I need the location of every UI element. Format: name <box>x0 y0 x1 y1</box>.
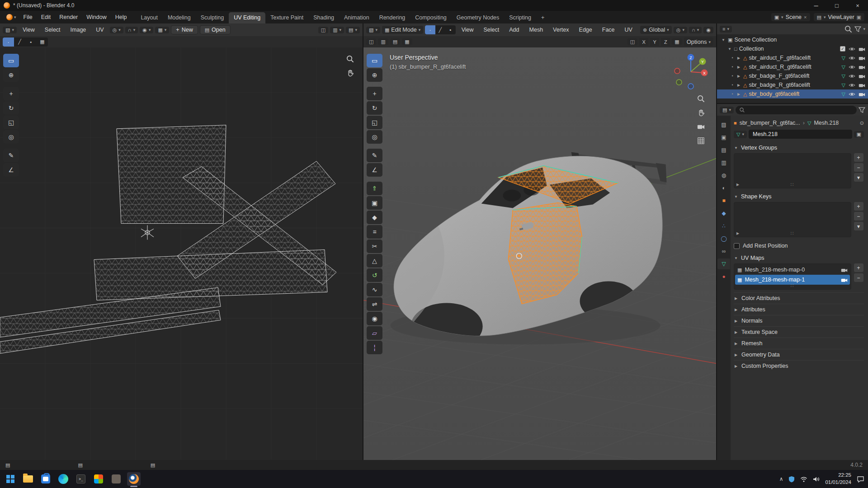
uv-overlays-button[interactable]: ▤▾ <box>346 27 360 33</box>
close-button[interactable]: × <box>847 0 868 11</box>
tool-bevel[interactable]: ◆ <box>367 211 382 224</box>
tool-rotate[interactable]: ↻ <box>367 101 382 115</box>
editor-type-button[interactable]: ≡ ▾ <box>720 26 732 33</box>
tool-transform[interactable]: ◎ <box>3 130 19 144</box>
tab-scene[interactable]: ◍ <box>717 170 730 181</box>
add-uv-map-button[interactable]: + <box>854 263 863 272</box>
outliner-row-object[interactable]: • ▶ △ sbr_badge_F_gt6facelift ▽ <box>717 71 868 80</box>
tool-edge-slide[interactable]: ⇌ <box>367 297 382 311</box>
outliner-row-object[interactable]: • ▶ △ sbr_badge_R_gt6facelift ▽ <box>717 80 868 89</box>
drag-handle-icon[interactable]: ∷ <box>791 182 795 188</box>
eye-icon[interactable] <box>849 74 855 79</box>
snap-button[interactable]: ∩ ▾ <box>125 27 138 33</box>
eye-icon[interactable] <box>849 47 855 52</box>
chevron-down-icon[interactable]: ▾ <box>863 27 865 31</box>
tool-rip-region[interactable]: ¦ <box>367 341 382 354</box>
tab-object[interactable]: ■ <box>717 195 730 206</box>
section-shape-keys[interactable]: ▼ Shape Keys <box>734 191 864 202</box>
disclosure-icon[interactable]: ▶ <box>736 56 741 60</box>
eye-icon[interactable] <box>849 92 855 97</box>
section-uv-maps[interactable]: ▼ UV Maps <box>734 253 864 263</box>
transform-orientation-button[interactable]: ⊕ Global ▾ <box>640 26 672 34</box>
menu-edit[interactable]: Edit <box>37 13 55 22</box>
workspace-tab-compositing[interactable]: Compositing <box>410 12 451 23</box>
workspace-tab-scripting[interactable]: Scripting <box>504 12 536 23</box>
tool-annotate[interactable]: ✎ <box>367 149 382 162</box>
menu-help[interactable]: Help <box>111 13 131 22</box>
camera-icon[interactable] <box>859 74 865 79</box>
remove-uv-map-button[interactable]: − <box>854 273 863 282</box>
tool-spin[interactable]: ↺ <box>367 268 382 282</box>
workspace-tab-layout[interactable]: Layout <box>136 12 163 23</box>
tool-shear[interactable]: ▱ <box>367 326 382 340</box>
tab-physics[interactable]: ◯ <box>717 233 730 244</box>
tool-smooth[interactable]: ∿ <box>367 283 382 296</box>
edge-select-button[interactable]: ╱ <box>435 25 446 34</box>
disclosure-icon[interactable]: ▶ <box>736 92 741 96</box>
drag-handle-icon[interactable]: ∷ <box>791 230 795 236</box>
drag-handle-icon[interactable]: ∷ <box>791 283 795 289</box>
pin-icon[interactable]: ⊙ <box>860 121 864 126</box>
mirror-toggle[interactable]: ◫ <box>627 38 637 45</box>
workspace-tab-uv-editing[interactable]: UV Editing <box>229 12 265 23</box>
camera-view-icon[interactable] <box>697 122 705 131</box>
tab-modifiers[interactable]: ◆ <box>717 208 730 219</box>
file-explorer-button[interactable] <box>21 472 35 486</box>
new-viewlayer-icon[interactable]: ▣ <box>857 14 861 20</box>
camera-icon[interactable] <box>859 47 865 52</box>
add-rest-position-checkbox[interactable] <box>734 243 740 249</box>
filter-icon[interactable] <box>859 107 865 113</box>
tool-shrink-fatten[interactable]: ◉ <box>367 312 382 325</box>
workspace-tab-geometry-nodes[interactable]: Geometry Nodes <box>452 12 504 23</box>
uv-edge-select-button[interactable]: ╱ <box>14 38 25 47</box>
workspace-tab-rendering[interactable]: Rendering <box>374 12 410 23</box>
gizmos-toggle[interactable]: ▦ <box>402 38 412 45</box>
hidden-icons-chevron[interactable]: ∧ <box>779 476 783 482</box>
camera-icon[interactable] <box>859 92 865 97</box>
uv-canvas[interactable]: ▭ ⊕ + ↻ ◱ ◎ ✎ ∠ <box>0 47 363 460</box>
workspace-tab-shading[interactable]: Shading <box>308 12 339 23</box>
disclosure-icon[interactable]: ▶ <box>736 65 741 69</box>
viewlayer-selector[interactable]: ▤ ▾ ViewLayer ▣ <box>814 13 864 21</box>
vp-menu-edge[interactable]: Edge <box>575 25 596 34</box>
tool-measure[interactable]: ∠ <box>3 163 19 177</box>
section-color-attributes[interactable]: ▶ Color Attributes <box>734 292 864 304</box>
mesh-browse-button[interactable]: ▽ ▾ <box>734 131 747 138</box>
tab-constraints[interactable]: ∞ <box>717 246 730 257</box>
workspace-tab-texture-paint[interactable]: Texture Paint <box>265 12 308 23</box>
add-workspace-button[interactable]: + <box>536 12 549 23</box>
vp-menu-add[interactable]: Add <box>505 25 523 34</box>
tool-scale[interactable]: ◱ <box>367 116 382 129</box>
disclosure-icon[interactable]: ▼ <box>727 47 732 51</box>
uv-snap-island-button[interactable]: ◫ <box>318 27 328 33</box>
tab-view-layer[interactable]: ▥ <box>717 157 730 168</box>
tab-output[interactable]: ▤ <box>717 145 730 155</box>
gimp-app-button[interactable] <box>109 472 123 486</box>
pivot-point-button[interactable]: ◎ ▾ <box>110 27 123 33</box>
fake-user-button[interactable]: ▣ <box>854 131 864 138</box>
mirror-z-toggle[interactable]: Z <box>661 38 670 46</box>
edge-browser-button[interactable] <box>57 472 70 486</box>
navigation-gizmo[interactable]: Z Y X <box>672 52 710 90</box>
face-select-button[interactable]: ▪ <box>445 25 456 34</box>
tool-inset-faces[interactable]: ▣ <box>367 196 382 210</box>
remove-vertex-group-button[interactable]: − <box>854 163 863 172</box>
section-custom-properties[interactable]: ▶ Custom Properties <box>734 360 864 371</box>
snap-button[interactable]: ∩▾ <box>689 27 702 33</box>
snap-symmetry-toggle[interactable]: ▦ <box>672 38 682 45</box>
expand-icon[interactable]: ▶ <box>736 231 739 235</box>
add-vertex-group-button[interactable]: + <box>854 153 863 162</box>
camera-icon[interactable] <box>859 56 865 61</box>
vp-menu-select[interactable]: Select <box>480 25 504 34</box>
uv-menu-image[interactable]: Image <box>66 25 90 34</box>
collection-checkbox[interactable]: ✓ <box>840 46 845 52</box>
wifi-icon[interactable] <box>800 476 807 482</box>
vp-menu-face[interactable]: Face <box>598 25 619 34</box>
options-dropdown[interactable]: Options ▾ <box>684 38 713 46</box>
mirror-y-toggle[interactable]: Y <box>650 38 659 46</box>
tool-annotate[interactable]: ✎ <box>3 149 19 162</box>
proportional-edit-button[interactable]: ◉ <box>703 27 713 33</box>
add-rest-position-row[interactable]: Add Rest Position <box>734 240 864 252</box>
tab-particles[interactable]: ∴ <box>717 221 730 231</box>
tool-scale[interactable]: ◱ <box>3 116 19 129</box>
